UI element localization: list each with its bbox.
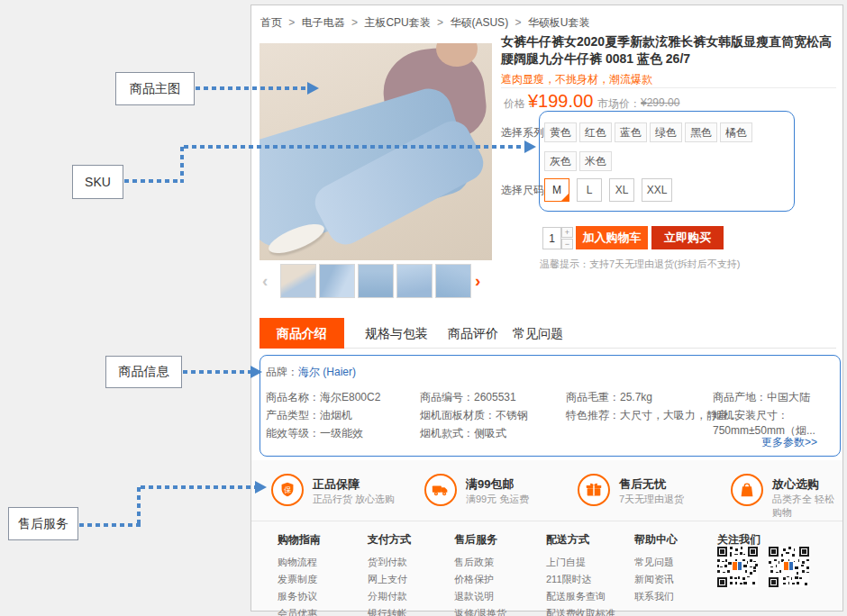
qr-code [769,547,809,587]
tab-reviews[interactable]: 商品评价 [448,318,498,349]
footer-link[interactable]: 发票制度 [278,573,321,586]
footer-link[interactable]: 购物流程 [278,556,321,569]
selected-corner-badge [560,193,569,202]
breadcrumb-separator: > [437,16,443,29]
info-field: 烟机款式：侧吸式 [420,426,506,441]
footer-column-payment: 支付方式 货到付款 网上支付 分期付款 银行转帐 [368,532,411,616]
shield-icon: 保 [271,474,304,506]
info-field: 特色推荐：大尺寸，大吸力，静音... [566,408,737,423]
service-desc: 正品行货 放心选购 [313,493,395,506]
thumbs-prev-icon[interactable]: ‹ [262,269,268,293]
footer-column-title: 帮助中心 [634,532,678,548]
tab-faq[interactable]: 常见问题 [513,318,563,349]
size-option[interactable]: XL [609,178,634,202]
quantity-input[interactable] [542,227,561,249]
truck-icon [424,474,457,506]
series-option[interactable]: 黑色 [685,122,717,142]
breadcrumb-item[interactable]: 主板CPU套装 [364,16,430,29]
series-option[interactable]: 红色 [579,122,612,142]
footer-link[interactable]: 货到付款 [368,556,411,569]
footer-link[interactable]: 配送费收取标准 [546,607,615,616]
series-option[interactable]: 绿色 [650,122,682,142]
footer-link[interactable]: 会员优惠 [278,607,321,616]
footer-link[interactable]: 银行转帐 [368,607,411,616]
tab-product-intro[interactable]: 商品介绍 [260,318,344,349]
tab-spec-package[interactable]: 规格与包装 [365,318,428,349]
footer-link[interactable]: 新闻资讯 [634,573,678,586]
series-option[interactable]: 橘色 [720,122,752,142]
service-desc: 满99元 免运费 [466,493,529,506]
footer-link[interactable]: 售后政策 [454,556,506,569]
info-field: 烟机安装尺寸：750mm±50mm（烟... [713,408,842,439]
annotation-arrowhead [250,366,262,378]
footer-column-title: 购物指南 [278,532,321,548]
annotation-sku-label: SKU [72,165,123,199]
product-thumbnail[interactable] [396,264,433,298]
product-promo-text: 遮肉显瘦，不挑身材，潮流爆款 [501,72,652,87]
product-page: 首页 > 电子电器 > 主板CPU套装 > 华硕(ASUS) > 华硕板U套装 … [250,5,843,611]
product-thumbnail[interactable] [319,264,355,298]
annotation-arrowhead [255,481,267,494]
info-field: 烟机面板材质：不锈钢 [420,408,528,423]
breadcrumb: 首页 > 电子电器 > 主板CPU套装 > 华硕(ASUS) > 华硕板U套装 [260,15,594,31]
footer-link[interactable]: 分期付款 [368,590,411,603]
bag-icon [731,474,763,506]
footer-link[interactable]: 网上支付 [368,573,411,586]
annotated-screenshot-canvas: 首页 > 电子电器 > 主板CPU套装 > 华硕(ASUS) > 华硕板U套装 … [0,0,847,616]
annotation-arrow-line [141,485,256,489]
annotation-arrow-line [137,487,141,527]
thumbs-next-icon[interactable]: › [475,269,480,293]
product-thumbnail[interactable] [435,264,471,298]
footer-link[interactable]: 211限时达 [546,573,615,586]
footer-link[interactable]: 上门自提 [546,556,615,569]
breadcrumb-item[interactable]: 华硕(ASUS) [450,16,508,29]
more-params-link[interactable]: 更多参数>> [761,435,817,450]
breadcrumb-item[interactable]: 首页 [260,16,282,29]
info-field: 商品名称：海尔E800C2 [266,390,380,405]
series-option[interactable]: 黄色 [544,122,577,142]
footer-column-title: 售后服务 [454,532,506,548]
breadcrumb-item[interactable]: 华硕板U套装 [528,16,590,29]
footer-column-after-sales: 售后服务 售后政策 价格保护 退款说明 返修/退换货 取消订单 [454,532,506,616]
annotation-arrow-line [180,147,184,183]
annotation-after-sales-label: 售后服务 [8,507,78,540]
footer-link[interactable]: 退款说明 [454,590,506,603]
svg-text:保: 保 [284,486,291,494]
info-field: 商品产地：中国大陆 [713,390,810,405]
quantity-increase-button[interactable]: + [561,227,573,238]
product-title: 女裤牛仔裤女2020夏季新款泫雅长裤女韩版显瘦直筒宽松高腰阔腿九分牛仔裤 008… [501,33,842,68]
annotation-arrow-line [184,145,525,149]
series-option[interactable]: 蓝色 [615,122,647,142]
breadcrumb-separator: > [515,16,521,29]
service-title: 售后无忧 [619,476,666,493]
series-option[interactable]: 米色 [579,151,612,171]
size-option-selected[interactable]: M [544,178,569,202]
annotation-main-image-label: 商品主图 [115,72,195,105]
service-desc: 品类齐全 轻松购物 [772,493,842,520]
info-field: 商品毛重：25.7kg [566,390,652,405]
annotation-arrowhead [524,140,536,153]
brand-link[interactable]: 海尔 (Haier) [298,365,356,380]
breadcrumb-item[interactable]: 电子电器 [302,16,345,29]
product-thumbnail[interactable] [358,264,394,298]
service-title: 满99包邮 [466,476,514,493]
size-option[interactable]: L [577,178,602,202]
info-field: 商品编号：2605531 [420,390,516,405]
footer-link[interactable]: 服务协议 [278,590,321,603]
quantity-decrease-button[interactable]: − [561,239,573,249]
series-option[interactable]: 灰色 [544,151,577,171]
add-to-cart-button[interactable]: 加入购物车 [576,226,648,249]
footer-link[interactable]: 返修/退换货 [454,607,506,616]
product-main-image[interactable] [260,43,492,260]
footer-column-title: 配送方式 [546,532,615,548]
footer-link[interactable]: 价格保护 [454,573,506,586]
product-thumbnail[interactable] [280,264,316,298]
footer-link[interactable]: 配送服务查询 [546,590,615,603]
detail-tabbar: 商品介绍 规格与包装 商品评价 常见问题 [260,318,836,349]
service-desc: 7天无理由退货 [619,493,684,506]
footer-link[interactable]: 联系我们 [634,590,678,603]
buy-now-button[interactable]: 立即购买 [651,226,724,249]
size-option[interactable]: XXL [642,178,672,202]
footer-link[interactable]: 常见问题 [634,556,678,569]
footer-column-delivery: 配送方式 上门自提 211限时达 配送服务查询 配送费收取标准 海外配送 [546,532,615,616]
